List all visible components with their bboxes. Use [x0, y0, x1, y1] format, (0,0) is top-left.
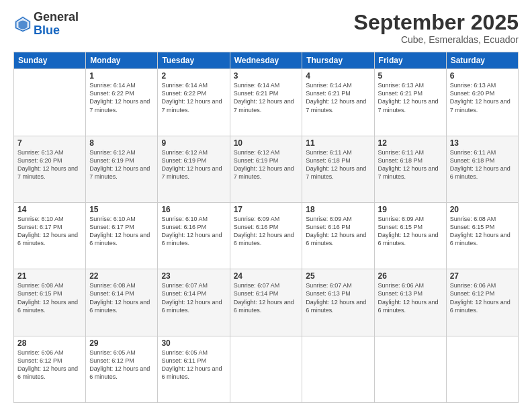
day-number: 5 — [378, 71, 443, 81]
cell-info: Sunrise: 6:08 AMSunset: 6:15 PMDaylight:… — [450, 216, 511, 246]
day-number: 29 — [89, 338, 154, 348]
day-number: 6 — [450, 71, 515, 81]
day-number: 8 — [89, 138, 154, 148]
calendar-cell: 23Sunrise: 6:07 AMSunset: 6:14 PMDayligh… — [158, 269, 230, 336]
day-number: 21 — [17, 271, 82, 281]
day-number: 7 — [17, 138, 82, 148]
calendar-cell: 21Sunrise: 6:08 AMSunset: 6:15 PMDayligh… — [14, 269, 86, 336]
location-subtitle: Cube, Esmeraldas, Ecuador — [354, 34, 519, 45]
cell-info: Sunrise: 6:06 AMSunset: 6:12 PMDaylight:… — [450, 282, 511, 313]
cell-info: Sunrise: 6:06 AMSunset: 6:12 PMDaylight:… — [17, 349, 78, 380]
calendar-cell: 20Sunrise: 6:08 AMSunset: 6:15 PMDayligh… — [446, 202, 518, 269]
cell-info: Sunrise: 6:14 AMSunset: 6:21 PMDaylight:… — [234, 82, 294, 113]
cell-info: Sunrise: 6:08 AMSunset: 6:15 PMDaylight:… — [17, 282, 78, 313]
cell-info: Sunrise: 6:12 AMSunset: 6:19 PMDaylight:… — [234, 149, 294, 180]
day-number: 26 — [378, 271, 443, 281]
calendar-cell: 5Sunrise: 6:13 AMSunset: 6:21 PMDaylight… — [374, 69, 446, 136]
day-number: 12 — [378, 138, 443, 148]
day-number: 13 — [450, 138, 515, 148]
calendar-cell: 16Sunrise: 6:10 AMSunset: 6:16 PMDayligh… — [158, 202, 230, 269]
day-number: 20 — [450, 205, 515, 214]
cell-info: Sunrise: 6:11 AMSunset: 6:18 PMDaylight:… — [378, 149, 439, 180]
logo: General Blue — [13, 11, 79, 38]
logo-general-text: General — [34, 11, 79, 24]
col-tuesday: Tuesday — [158, 52, 230, 69]
cell-info: Sunrise: 6:14 AMSunset: 6:22 PMDaylight:… — [161, 82, 222, 113]
day-number: 28 — [17, 338, 82, 348]
cell-info: Sunrise: 6:09 AMSunset: 6:15 PMDaylight:… — [378, 216, 439, 246]
calendar-cell: 26Sunrise: 6:06 AMSunset: 6:13 PMDayligh… — [374, 269, 446, 336]
day-number: 22 — [89, 271, 154, 281]
calendar-table: Sunday Monday Tuesday Wednesday Thursday… — [13, 52, 519, 403]
calendar-cell: 28Sunrise: 6:06 AMSunset: 6:12 PMDayligh… — [14, 336, 86, 402]
calendar-cell: 22Sunrise: 6:08 AMSunset: 6:14 PMDayligh… — [86, 269, 158, 336]
cell-info: Sunrise: 6:07 AMSunset: 6:14 PMDaylight:… — [234, 282, 294, 313]
logo-icon — [13, 15, 32, 34]
day-number: 24 — [234, 271, 299, 281]
day-number: 17 — [234, 205, 299, 214]
day-number: 4 — [306, 71, 370, 81]
cell-info: Sunrise: 6:08 AMSunset: 6:14 PMDaylight:… — [89, 282, 150, 313]
calendar-cell: 18Sunrise: 6:09 AMSunset: 6:16 PMDayligh… — [302, 202, 374, 269]
cell-info: Sunrise: 6:05 AMSunset: 6:12 PMDaylight:… — [89, 349, 150, 380]
calendar-cell: 7Sunrise: 6:13 AMSunset: 6:20 PMDaylight… — [14, 136, 86, 202]
cell-info: Sunrise: 6:11 AMSunset: 6:18 PMDaylight:… — [450, 149, 511, 180]
calendar-week-3: 14Sunrise: 6:10 AMSunset: 6:17 PMDayligh… — [14, 202, 519, 269]
calendar-cell: 24Sunrise: 6:07 AMSunset: 6:14 PMDayligh… — [230, 269, 302, 336]
day-number: 27 — [450, 271, 515, 281]
day-number: 18 — [306, 205, 370, 214]
day-number: 15 — [89, 205, 154, 214]
calendar-week-1: 1Sunrise: 6:14 AMSunset: 6:22 PMDaylight… — [14, 69, 519, 136]
cell-info: Sunrise: 6:10 AMSunset: 6:16 PMDaylight:… — [161, 216, 222, 246]
cell-info: Sunrise: 6:09 AMSunset: 6:16 PMDaylight:… — [234, 216, 294, 246]
calendar-cell: 3Sunrise: 6:14 AMSunset: 6:21 PMDaylight… — [230, 69, 302, 136]
cell-info: Sunrise: 6:09 AMSunset: 6:16 PMDaylight:… — [306, 216, 366, 246]
calendar-cell: 4Sunrise: 6:14 AMSunset: 6:21 PMDaylight… — [302, 69, 374, 136]
cell-info: Sunrise: 6:05 AMSunset: 6:11 PMDaylight:… — [161, 349, 222, 380]
col-saturday: Saturday — [446, 52, 518, 69]
cell-info: Sunrise: 6:10 AMSunset: 6:17 PMDaylight:… — [89, 216, 150, 246]
calendar-cell: 15Sunrise: 6:10 AMSunset: 6:17 PMDayligh… — [86, 202, 158, 269]
calendar-cell: 12Sunrise: 6:11 AMSunset: 6:18 PMDayligh… — [374, 136, 446, 202]
page: General Blue September 2025 Cube, Esmera… — [0, 0, 532, 411]
calendar-cell — [374, 336, 446, 402]
cell-info: Sunrise: 6:06 AMSunset: 6:13 PMDaylight:… — [378, 282, 439, 313]
title-block: September 2025 Cube, Esmeraldas, Ecuador — [354, 11, 519, 45]
calendar-cell — [230, 336, 302, 402]
calendar-cell: 10Sunrise: 6:12 AMSunset: 6:19 PMDayligh… — [230, 136, 302, 202]
day-number: 9 — [161, 138, 226, 148]
calendar-cell: 27Sunrise: 6:06 AMSunset: 6:12 PMDayligh… — [446, 269, 518, 336]
calendar-cell: 25Sunrise: 6:07 AMSunset: 6:13 PMDayligh… — [302, 269, 374, 336]
day-number: 16 — [161, 205, 226, 214]
calendar-cell: 13Sunrise: 6:11 AMSunset: 6:18 PMDayligh… — [446, 136, 518, 202]
calendar-header-row: Sunday Monday Tuesday Wednesday Thursday… — [14, 52, 519, 69]
cell-info: Sunrise: 6:10 AMSunset: 6:17 PMDaylight:… — [17, 216, 78, 246]
cell-info: Sunrise: 6:11 AMSunset: 6:18 PMDaylight:… — [306, 149, 366, 180]
calendar-week-5: 28Sunrise: 6:06 AMSunset: 6:12 PMDayligh… — [14, 336, 519, 402]
cell-info: Sunrise: 6:13 AMSunset: 6:20 PMDaylight:… — [450, 82, 511, 113]
calendar-cell: 17Sunrise: 6:09 AMSunset: 6:16 PMDayligh… — [230, 202, 302, 269]
header: General Blue September 2025 Cube, Esmera… — [13, 11, 519, 45]
calendar-cell: 29Sunrise: 6:05 AMSunset: 6:12 PMDayligh… — [86, 336, 158, 402]
day-number: 23 — [161, 271, 226, 281]
cell-info: Sunrise: 6:13 AMSunset: 6:20 PMDaylight:… — [17, 149, 78, 180]
calendar-cell — [14, 69, 86, 136]
cell-info: Sunrise: 6:07 AMSunset: 6:13 PMDaylight:… — [306, 282, 366, 313]
calendar-cell: 8Sunrise: 6:12 AMSunset: 6:19 PMDaylight… — [86, 136, 158, 202]
day-number: 3 — [234, 71, 299, 81]
logo-text: General Blue — [34, 11, 79, 38]
col-thursday: Thursday — [302, 52, 374, 69]
calendar-cell — [446, 336, 518, 402]
cell-info: Sunrise: 6:13 AMSunset: 6:21 PMDaylight:… — [378, 82, 439, 113]
calendar-week-2: 7Sunrise: 6:13 AMSunset: 6:20 PMDaylight… — [14, 136, 519, 202]
day-number: 19 — [378, 205, 443, 214]
calendar-cell: 19Sunrise: 6:09 AMSunset: 6:15 PMDayligh… — [374, 202, 446, 269]
cell-info: Sunrise: 6:14 AMSunset: 6:21 PMDaylight:… — [306, 82, 366, 113]
day-number: 2 — [161, 71, 226, 81]
calendar-cell: 2Sunrise: 6:14 AMSunset: 6:22 PMDaylight… — [158, 69, 230, 136]
calendar-cell — [302, 336, 374, 402]
day-number: 1 — [89, 71, 154, 81]
cell-info: Sunrise: 6:07 AMSunset: 6:14 PMDaylight:… — [161, 282, 222, 313]
calendar-cell: 30Sunrise: 6:05 AMSunset: 6:11 PMDayligh… — [158, 336, 230, 402]
calendar-cell: 11Sunrise: 6:11 AMSunset: 6:18 PMDayligh… — [302, 136, 374, 202]
